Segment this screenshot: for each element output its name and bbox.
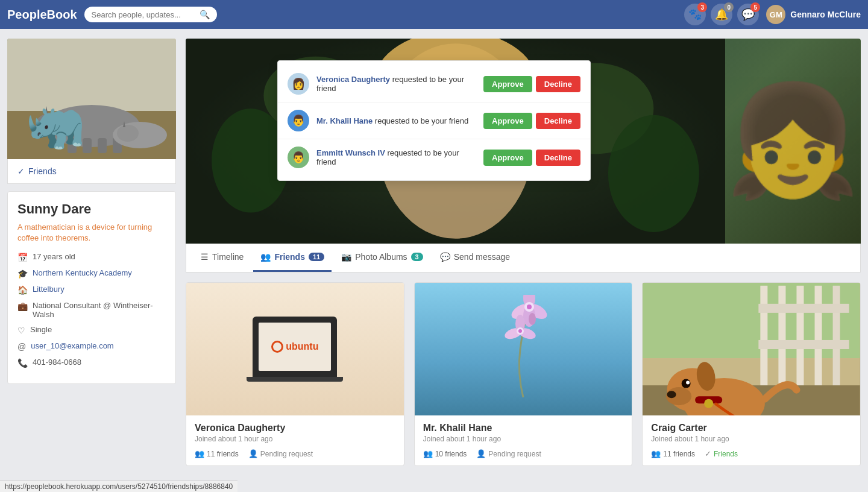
decline-button[interactable]: Decline — [536, 76, 580, 92]
svg-point-4 — [36, 113, 69, 137]
svg-point-51 — [686, 381, 690, 385]
status-url: https://peoplebook.herokuapp.com/users/5… — [5, 482, 233, 491]
current-user[interactable]: GM Gennaro McClure — [766, 5, 861, 24]
requester-avatar: 👩 — [288, 73, 309, 95]
tab-timeline[interactable]: ☰ Timeline — [193, 244, 251, 272]
requester-name[interactable]: Emmitt Wunsch IV — [316, 148, 385, 157]
navbar: PeopleBook 🔍 🐾 3 🔔 0 💬 5 GM Gennaro McCl… — [0, 0, 868, 29]
svg-rect-8 — [98, 138, 107, 153]
approve-button[interactable]: Approve — [483, 150, 532, 166]
friend-card: Mr. Khalil Hane Joined about 1 hour ago … — [414, 282, 633, 466]
navbar-actions: 🐾 3 🔔 0 💬 5 GM Gennaro McClure — [684, 4, 861, 25]
avatar: GM — [766, 5, 785, 24]
tab-friends[interactable]: 👥 Friends 11 — [253, 244, 332, 272]
school-link[interactable]: Northern Kentucky Academy — [33, 268, 132, 277]
status-bar: https://peoplebook.herokuapp.com/users/5… — [0, 481, 237, 492]
svg-point-54 — [705, 399, 714, 408]
user-name: Gennaro McClure — [790, 10, 861, 19]
tab-photo-label: Photo Albums — [355, 252, 407, 262]
friends-count-item: 👥 11 friends — [195, 449, 239, 458]
request-text: Mr. Khalil Hane requested to be your fri… — [316, 116, 476, 125]
friend-photo[interactable] — [415, 283, 632, 415]
pending-text: Pending request — [260, 450, 313, 458]
friends-link[interactable]: ✓ Friends — [17, 166, 166, 176]
messages-badge: 5 — [750, 2, 760, 12]
phone-icon: 📞 — [17, 358, 28, 368]
location-info: 🏠 Littelbury — [17, 285, 166, 295]
friend-request-item: 👨 Mr. Khalil Hane requested to be your f… — [278, 102, 590, 139]
pending-text: Pending request — [488, 450, 541, 458]
tab-send-message[interactable]: 💬 Send message — [433, 244, 517, 272]
friend-joined: Joined about 1 hour ago — [195, 435, 395, 443]
phone-text: 401-984-0668 — [33, 358, 81, 367]
friend-request-item: 👩 Veronica Daugherty requested to be you… — [278, 66, 590, 102]
checkmark-icon: ✓ — [705, 449, 711, 458]
job-text: National Consultant @ Wintheiser-Walsh — [33, 301, 166, 319]
tab-message-label: Send message — [454, 252, 510, 262]
decline-button[interactable]: Decline — [536, 150, 580, 166]
email-link[interactable]: user_10@example.com — [31, 341, 113, 350]
svg-point-29 — [527, 304, 532, 309]
svg-point-11 — [117, 125, 139, 142]
friend-meta: 👥 10 friends 👤 Pending request — [423, 449, 624, 458]
tab-friends-label: Friends — [274, 252, 305, 262]
photo-count-badge: 3 — [411, 253, 423, 261]
friends-count-item: 👥 11 friends — [651, 449, 695, 458]
profile-info-card: Sunny Dare A mathematician is a device f… — [7, 191, 176, 384]
friend-name[interactable]: Mr. Khalil Hane — [423, 423, 624, 434]
friend-name[interactable]: Veronica Daugherty — [195, 423, 395, 434]
approve-button[interactable]: Approve — [483, 113, 532, 129]
sidebar: ✓ Friends Sunny Dare A mathematician is … — [7, 39, 176, 384]
svg-point-49 — [667, 391, 676, 398]
approve-button[interactable]: Approve — [483, 76, 532, 92]
friend-meta: 👥 11 friends 👤 Pending request — [195, 449, 395, 458]
sidebar-friends-section: ✓ Friends — [7, 159, 176, 184]
tab-photo-albums[interactable]: 📷 Photo Albums 3 — [334, 244, 430, 272]
relationship-info: ♡ Single — [17, 325, 166, 335]
search-bar[interactable]: 🔍 — [84, 7, 217, 22]
friend-card-body: Mr. Khalil Hane Joined about 1 hour ago … — [415, 415, 632, 465]
friend-photo[interactable] — [643, 283, 860, 415]
messages-button[interactable]: 💬 5 — [737, 4, 759, 25]
friends-status-item: ✓ Friends — [705, 449, 738, 458]
location-link[interactable]: Littelbury — [33, 285, 64, 294]
checkmark-icon: ✓ — [17, 166, 25, 176]
request-actions: Approve Decline — [483, 113, 580, 129]
photo-icon: 📷 — [341, 252, 351, 262]
timeline-icon: ☰ — [201, 252, 209, 262]
sidebar-cover-photo — [7, 39, 176, 159]
friend-name[interactable]: Craig Carter — [651, 423, 852, 434]
friend-photo[interactable]: ubuntu — [186, 283, 404, 415]
friend-card: ubuntu Veronica Daugherty Joined about 1… — [186, 282, 404, 466]
friends-label: Friends — [28, 166, 57, 176]
calendar-icon: 📅 — [17, 253, 28, 262]
search-input[interactable] — [92, 10, 197, 19]
decline-button[interactable]: Decline — [536, 113, 580, 129]
friend-card: Craig Carter Joined about 1 hour ago 👥 1… — [642, 282, 861, 466]
cover-photo-image — [7, 39, 176, 159]
relationship-text: Single — [30, 325, 52, 334]
friends-status-text: Friends — [714, 450, 738, 458]
friends-count: 10 friends — [435, 450, 467, 458]
svg-rect-7 — [83, 138, 92, 153]
friends-count: 11 friends — [207, 450, 239, 458]
requester-avatar: 👨 — [288, 110, 309, 131]
email-info: @ user_10@example.com — [17, 341, 166, 352]
friend-request-item: 👨 Emmitt Wunsch IV requested to be your … — [278, 139, 590, 175]
svg-rect-44 — [759, 340, 849, 349]
friends-count-item: 👥 10 friends — [423, 449, 467, 458]
friends-count-badge: 11 — [309, 253, 324, 261]
notifications-button[interactable]: 🔔 0 — [711, 4, 732, 25]
requester-name[interactable]: Mr. Khalil Hane — [316, 116, 373, 125]
school-icon: 🎓 — [17, 269, 28, 279]
message-tab-icon: 💬 — [440, 252, 450, 262]
profile-tabs: ☰ Timeline 👥 Friends 11 📷 Photo Albums 3… — [186, 244, 861, 273]
search-icon: 🔍 — [200, 10, 210, 19]
friend-requests-badge: 3 — [697, 2, 707, 12]
friend-requests-button[interactable]: 🐾 3 — [684, 4, 706, 25]
request-text: Emmitt Wunsch IV requested to be your fr… — [316, 148, 476, 166]
requester-avatar: 👨 — [288, 147, 309, 168]
requester-name[interactable]: Veronica Daugherty — [316, 75, 390, 84]
age-text: 17 years old — [33, 252, 75, 261]
people-icon: 👥 — [423, 449, 433, 458]
